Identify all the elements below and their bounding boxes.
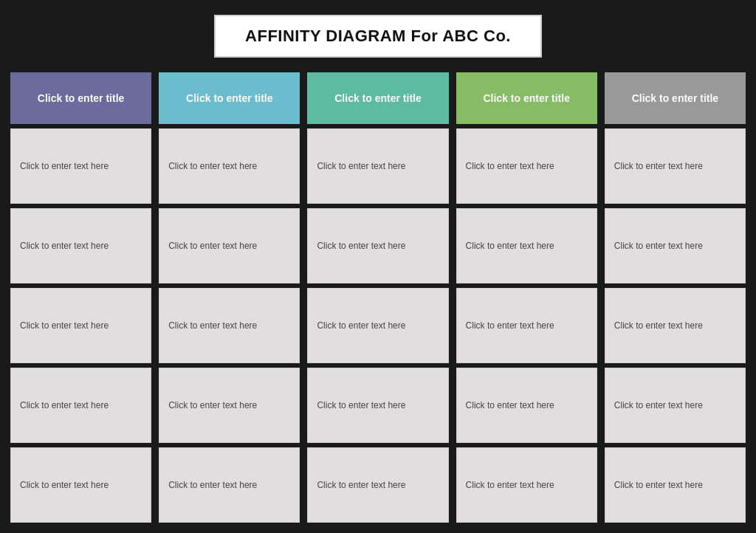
column-5: Click to enter titleClick to enter text … <box>605 72 746 523</box>
card-text-col1-row2: Click to enter text here <box>20 240 109 252</box>
column-1-header[interactable]: Click to enter title <box>10 72 151 124</box>
card-text-col3-row2: Click to enter text here <box>317 240 405 252</box>
card-text-col5-row3: Click to enter text here <box>614 320 703 332</box>
card-text-col2-row2: Click to enter text here <box>168 240 257 252</box>
card-col3-row2[interactable]: Click to enter text here <box>307 208 448 283</box>
card-text-col5-row1: Click to enter text here <box>614 160 703 173</box>
card-text-col3-row4: Click to enter text here <box>317 399 405 412</box>
card-text-col2-row5: Click to enter text here <box>168 479 257 492</box>
column-3-header[interactable]: Click to enter title <box>307 72 448 124</box>
card-text-col1-row4: Click to enter text here <box>20 399 109 412</box>
card-text-col5-row5: Click to enter text here <box>614 479 703 492</box>
card-text-col5-row4: Click to enter text here <box>614 399 703 412</box>
card-text-col3-row1: Click to enter text here <box>317 160 405 173</box>
card-col1-row1[interactable]: Click to enter text here <box>10 128 151 204</box>
card-col5-row4[interactable]: Click to enter text here <box>605 368 746 443</box>
card-text-col4-row4: Click to enter text here <box>466 399 554 412</box>
card-col2-row1[interactable]: Click to enter text here <box>159 128 300 204</box>
card-col3-row4[interactable]: Click to enter text here <box>307 368 448 443</box>
card-col2-row3[interactable]: Click to enter text here <box>159 288 300 363</box>
card-text-col1-row1: Click to enter text here <box>20 160 109 173</box>
column-2: Click to enter titleClick to enter text … <box>159 72 300 523</box>
card-col4-row5[interactable]: Click to enter text here <box>456 447 597 523</box>
card-text-col4-row1: Click to enter text here <box>466 160 554 173</box>
column-4: Click to enter titleClick to enter text … <box>456 72 597 523</box>
column-5-header-label: Click to enter title <box>632 92 718 105</box>
card-text-col5-row2: Click to enter text here <box>614 240 703 252</box>
card-col2-row2[interactable]: Click to enter text here <box>159 208 300 283</box>
card-text-col2-row1: Click to enter text here <box>168 160 257 173</box>
card-col5-row3[interactable]: Click to enter text here <box>605 288 746 363</box>
card-col5-row1[interactable]: Click to enter text here <box>605 128 746 204</box>
column-3: Click to enter titleClick to enter text … <box>307 72 448 523</box>
card-text-col4-row5: Click to enter text here <box>466 479 554 492</box>
card-col3-row1[interactable]: Click to enter text here <box>307 128 448 204</box>
card-col5-row5[interactable]: Click to enter text here <box>605 447 746 523</box>
card-text-col1-row3: Click to enter text here <box>20 320 109 332</box>
card-col3-row5[interactable]: Click to enter text here <box>307 447 448 523</box>
card-text-col2-row4: Click to enter text here <box>168 399 257 412</box>
page-container: AFFINITY DIAGRAM For ABC Co. Click to en… <box>0 0 756 533</box>
card-text-col2-row3: Click to enter text here <box>168 320 257 332</box>
card-text-col1-row5: Click to enter text here <box>20 479 109 492</box>
column-1: Click to enter titleClick to enter text … <box>10 72 151 523</box>
card-col1-row4[interactable]: Click to enter text here <box>10 368 151 443</box>
column-4-header[interactable]: Click to enter title <box>456 72 597 124</box>
column-2-header-label: Click to enter title <box>186 92 272 105</box>
card-col1-row3[interactable]: Click to enter text here <box>10 288 151 363</box>
card-col2-row5[interactable]: Click to enter text here <box>159 447 300 523</box>
column-4-header-label: Click to enter title <box>483 92 569 105</box>
card-text-col4-row3: Click to enter text here <box>466 320 554 332</box>
card-col3-row3[interactable]: Click to enter text here <box>307 288 448 363</box>
card-col4-row3[interactable]: Click to enter text here <box>456 288 597 363</box>
column-1-header-label: Click to enter title <box>38 92 124 105</box>
diagram-grid: Click to enter titleClick to enter text … <box>10 72 746 523</box>
card-col4-row1[interactable]: Click to enter text here <box>456 128 597 204</box>
card-text-col3-row5: Click to enter text here <box>317 479 405 492</box>
card-col4-row2[interactable]: Click to enter text here <box>456 208 597 283</box>
card-col1-row2[interactable]: Click to enter text here <box>10 208 151 283</box>
card-col4-row4[interactable]: Click to enter text here <box>456 368 597 443</box>
column-2-header[interactable]: Click to enter title <box>159 72 300 124</box>
card-text-col4-row2: Click to enter text here <box>466 240 554 252</box>
column-3-header-label: Click to enter title <box>334 92 421 105</box>
title-box[interactable]: AFFINITY DIAGRAM For ABC Co. <box>214 15 542 58</box>
card-col1-row5[interactable]: Click to enter text here <box>10 447 151 523</box>
card-col2-row4[interactable]: Click to enter text here <box>159 368 300 443</box>
card-col5-row2[interactable]: Click to enter text here <box>605 208 746 283</box>
diagram-title: AFFINITY DIAGRAM For ABC Co. <box>245 27 511 45</box>
card-text-col3-row3: Click to enter text here <box>317 320 405 332</box>
column-5-header[interactable]: Click to enter title <box>605 72 746 124</box>
